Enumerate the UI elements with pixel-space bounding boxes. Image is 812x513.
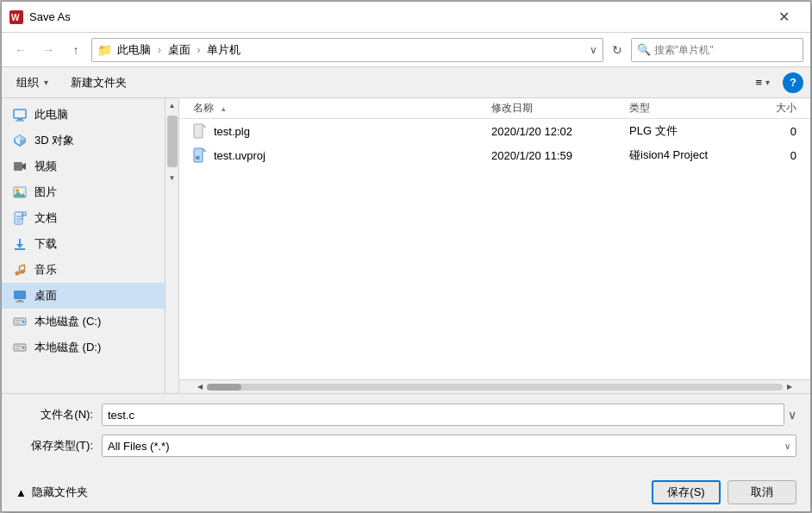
filename-dropdown-icon[interactable]: ∨ xyxy=(788,408,796,422)
path-part-3[interactable]: 单片机 xyxy=(207,43,240,56)
sidebar-item-downloads[interactable]: 下载 xyxy=(2,231,165,257)
main-content: 此电脑 3D 对象 xyxy=(2,98,810,393)
file-date-cell: 2020/1/20 12:02 xyxy=(484,125,622,138)
column-header-name[interactable]: 名称 ▲ xyxy=(186,101,484,116)
scroll-thumb[interactable] xyxy=(167,116,178,167)
plg-file-icon xyxy=(193,123,209,139)
sidebar-item-3d-objects[interactable]: 3D 对象 xyxy=(2,128,165,153)
footer: ▲ 隐藏文件夹 保存(S) 取消 xyxy=(2,473,810,511)
horizontal-scrollbar[interactable]: ◀ ▶ xyxy=(179,379,810,393)
svg-rect-9 xyxy=(14,162,22,171)
file-size-cell: 0 xyxy=(752,149,803,162)
svg-marker-10 xyxy=(22,163,26,170)
forward-button[interactable]: → xyxy=(36,38,60,62)
sidebar-scrollbar[interactable]: ▲ ▼ xyxy=(166,98,179,393)
h-scroll-thumb[interactable] xyxy=(207,384,241,391)
computer-icon xyxy=(12,107,28,122)
desktop-icon xyxy=(12,288,28,303)
sidebar-item-documents[interactable]: 文档 xyxy=(2,205,165,231)
svg-rect-3 xyxy=(17,119,22,121)
file-date-cell: 2020/1/20 11:59 xyxy=(484,149,622,162)
svg-point-37 xyxy=(22,347,25,349)
table-row[interactable]: test.plg 2020/1/20 12:02 PLG 文件 0 xyxy=(179,119,810,143)
svg-point-33 xyxy=(22,321,25,323)
address-path: 此电脑 › 桌面 › 单片机 xyxy=(117,42,584,58)
uvproj-file-icon: W xyxy=(193,147,209,163)
search-input[interactable] xyxy=(654,44,797,56)
scroll-up-arrow[interactable]: ▲ xyxy=(166,98,179,112)
sidebar-item-pictures[interactable]: 图片 xyxy=(2,179,165,205)
sidebar-item-music[interactable]: 音乐 xyxy=(2,257,165,283)
filetype-select[interactable]: All Files (*.*) ∨ xyxy=(102,435,796,457)
sidebar-item-drive-c[interactable]: 本地磁盘 (C:) xyxy=(2,309,165,335)
sidebar-item-this-pc[interactable]: 此电脑 xyxy=(2,102,165,128)
svg-rect-34 xyxy=(16,320,22,321)
view-options-button[interactable]: ≡ ▾ xyxy=(749,72,776,94)
new-folder-button[interactable]: 新建文件夹 xyxy=(63,72,134,94)
svg-rect-40 xyxy=(194,124,203,138)
folder-icon: 📁 xyxy=(97,43,112,57)
music-icon xyxy=(12,262,28,278)
h-scroll-track[interactable] xyxy=(207,384,783,391)
organize-button[interactable]: 组织 ▾ xyxy=(9,72,56,94)
view-chevron-icon: ▾ xyxy=(765,78,770,87)
svg-rect-39 xyxy=(16,348,20,349)
h-scroll-right-arrow[interactable]: ▶ xyxy=(783,383,796,391)
back-button[interactable]: ← xyxy=(9,38,33,62)
pictures-icon xyxy=(12,185,28,200)
filename-label: 文件名(N): xyxy=(16,407,102,422)
3d-icon xyxy=(12,133,28,148)
help-button[interactable]: ? xyxy=(783,72,803,93)
hide-folders-label: 隐藏文件夹 xyxy=(32,485,88,500)
close-button[interactable]: ✕ xyxy=(764,2,803,33)
address-bar[interactable]: 📁 此电脑 › 桌面 › 单片机 ∨ xyxy=(91,38,603,62)
svg-rect-4 xyxy=(16,121,24,122)
scroll-down-arrow[interactable]: ▼ xyxy=(166,171,179,185)
organize-chevron-icon: ▾ xyxy=(44,78,48,87)
navigation-toolbar: ← → ↑ 📁 此电脑 › 桌面 › 单片机 ∨ ↻ 🔍 xyxy=(2,33,810,67)
video-icon xyxy=(12,159,28,174)
h-scroll-left-arrow[interactable]: ◀ xyxy=(193,383,207,391)
svg-marker-21 xyxy=(16,244,23,248)
svg-rect-30 xyxy=(17,300,22,302)
save-button[interactable]: 保存(S) xyxy=(652,480,721,504)
path-part-2[interactable]: 桌面 xyxy=(168,43,191,56)
file-list: 名称 ▲ 修改日期 类型 大小 test.plg xyxy=(179,98,810,393)
column-header-size[interactable]: 大小 xyxy=(752,101,803,116)
table-row[interactable]: W test.uvproj 2020/1/20 11:59 碰ision4 Pr… xyxy=(179,143,810,167)
svg-rect-14 xyxy=(15,212,22,224)
downloads-icon xyxy=(12,236,28,252)
path-part-1[interactable]: 此电脑 xyxy=(117,43,151,56)
app-icon: W xyxy=(9,9,24,25)
svg-text:W: W xyxy=(196,155,200,160)
sidebar-item-videos[interactable]: 视频 xyxy=(2,153,165,179)
svg-marker-15 xyxy=(22,212,26,216)
cancel-button[interactable]: 取消 xyxy=(728,480,796,504)
action-bar: 组织 ▾ 新建文件夹 ≡ ▾ ? xyxy=(2,67,810,98)
up-button[interactable]: ↑ xyxy=(64,38,88,62)
hide-folders-arrow-icon: ▲ xyxy=(16,486,27,499)
documents-icon xyxy=(12,210,28,226)
svg-rect-31 xyxy=(16,302,24,303)
dialog-title: Save As xyxy=(29,10,764,23)
hide-folders-toggle[interactable]: ▲ 隐藏文件夹 xyxy=(16,485,88,500)
sidebar: 此电脑 3D 对象 xyxy=(2,98,166,393)
sidebar-item-drive-d[interactable]: 本地磁盘 (D:) xyxy=(2,335,165,360)
filetype-chevron-icon: ∨ xyxy=(784,441,790,451)
file-size-cell: 0 xyxy=(752,125,803,138)
refresh-button[interactable]: ↻ xyxy=(607,40,628,60)
column-header-type[interactable]: 类型 xyxy=(622,101,752,116)
file-list-header: 名称 ▲ 修改日期 类型 大小 xyxy=(179,98,810,119)
search-box[interactable]: 🔍 xyxy=(631,38,803,62)
svg-line-28 xyxy=(20,265,25,266)
filename-row: 文件名(N): ∨ xyxy=(16,403,796,427)
column-header-date[interactable]: 修改日期 xyxy=(484,101,622,116)
file-type-cell: PLG 文件 xyxy=(622,123,752,139)
save-as-dialog: W Save As ✕ ← → ↑ 📁 此电脑 › 桌面 › 单片机 ∨ ↻ 🔍 xyxy=(1,1,811,512)
title-bar: W Save As ✕ xyxy=(2,2,810,33)
filename-input[interactable] xyxy=(102,404,784,426)
sidebar-item-desktop[interactable]: 桌面 xyxy=(2,283,165,309)
address-chevron-icon[interactable]: ∨ xyxy=(590,44,597,56)
file-type-cell: 碰ision4 Project xyxy=(622,147,752,163)
svg-rect-29 xyxy=(14,291,26,299)
